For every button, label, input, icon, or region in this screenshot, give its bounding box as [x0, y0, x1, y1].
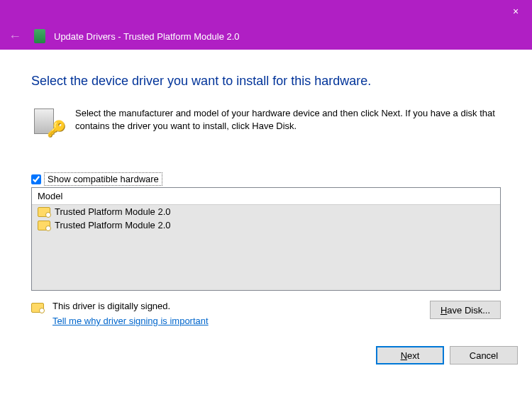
tpm-chip-icon [34, 29, 45, 43]
model-row[interactable]: Trusted Platform Module 2.0 [32, 205, 500, 218]
instruction-row: 🔑 Select the manufacturer and model of y… [31, 107, 501, 137]
model-name: Trusted Platform Module 2.0 [55, 206, 171, 217]
certificate-icon [38, 221, 50, 230]
instruction-text: Select the manufacturer and model of you… [75, 107, 501, 137]
breadcrumb-bar: ← Update Drivers - Trusted Platform Modu… [0, 23, 532, 50]
have-disk-button[interactable]: Have Disk... [430, 301, 501, 319]
signed-status-text: This driver is digitally signed. [52, 301, 209, 311]
dialog-footer: Next Cancel [0, 338, 532, 376]
model-row[interactable]: Trusted Platform Module 2.0 [32, 218, 500, 232]
model-table: Model Trusted Platform Module 2.0 Truste… [31, 187, 501, 291]
signed-row: This driver is digitally signed. Tell me… [31, 301, 501, 326]
compatible-hardware-label: Show compatible hardware [44, 172, 162, 186]
hardware-key-icon: 🔑 [31, 107, 61, 137]
driver-signing-link[interactable]: Tell me why driver signing is important [52, 316, 209, 326]
titlebar: × [0, 0, 532, 23]
content-area: Select the device driver you want to ins… [0, 50, 532, 338]
next-button[interactable]: Next [376, 346, 444, 364]
model-column-header[interactable]: Model [32, 188, 500, 205]
close-icon: × [513, 6, 519, 17]
breadcrumb-title: Update Drivers - Trusted Platform Module… [54, 31, 240, 42]
cancel-button[interactable]: Cancel [450, 346, 518, 364]
back-arrow-icon: ← [9, 29, 26, 44]
close-button[interactable]: × [499, 0, 532, 23]
certificate-icon [38, 207, 50, 217]
certificate-icon [31, 303, 44, 313]
compatible-hardware-checkbox[interactable] [31, 174, 41, 184]
model-name: Trusted Platform Module 2.0 [55, 220, 171, 230]
compatible-hardware-checkbox-row[interactable]: Show compatible hardware [31, 172, 501, 186]
page-heading: Select the device driver you want to ins… [31, 74, 501, 89]
